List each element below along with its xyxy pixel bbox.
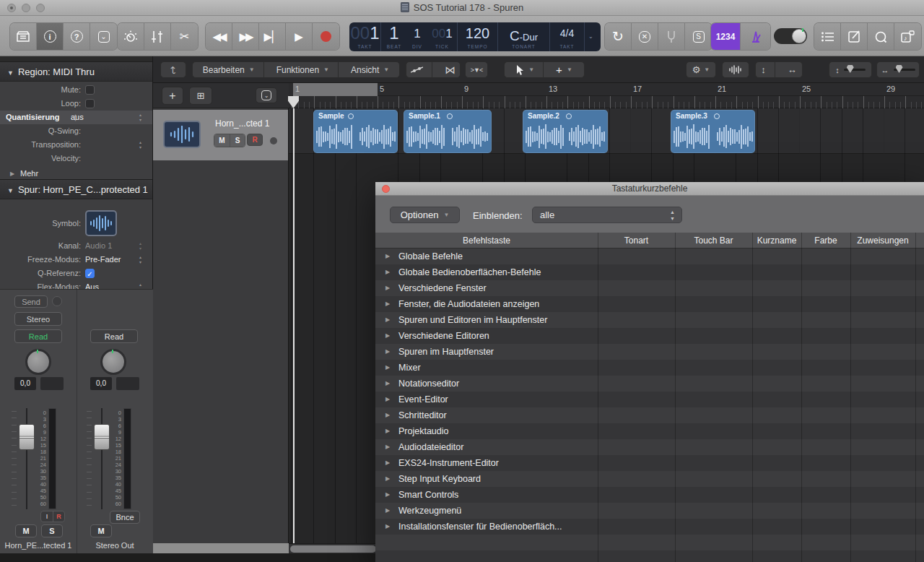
- q-reference-checkbox[interactable]: ✓: [85, 269, 95, 278]
- lcd-display[interactable]: 001 TAKT 1 BEAT 1 DIV 001 TICK 120 TEMPO…: [349, 22, 601, 51]
- key-command-group-row[interactable]: ▶Spuren und Editoren im Hauptfenster: [375, 312, 924, 328]
- key-command-group-row[interactable]: ▶Audiodateieditor: [375, 439, 924, 455]
- waveform-zoom-button[interactable]: [722, 61, 749, 78]
- disclosure-right-icon[interactable]: ▶: [385, 348, 390, 355]
- list-editors-button[interactable]: [814, 23, 841, 50]
- disclosure-right-icon[interactable]: ▶: [385, 332, 390, 339]
- count-in-button[interactable]: 1234: [711, 23, 741, 50]
- key-command-group-row[interactable]: ▶Step Input Keyboard: [375, 471, 924, 487]
- smart-controls-button[interactable]: [118, 23, 144, 50]
- record-enable-button[interactable]: R: [53, 511, 64, 522]
- track-symbol[interactable]: [85, 210, 117, 236]
- disclosure-right-icon[interactable]: ▶: [385, 380, 390, 386]
- input-monitor-button[interactable]: I: [41, 511, 53, 522]
- peak-value-left[interactable]: [40, 377, 64, 390]
- bounce-button[interactable]: Bnce: [110, 511, 140, 524]
- column-header[interactable]: Zuweisungen: [850, 233, 915, 248]
- column-header[interactable]: Farbe: [801, 233, 850, 248]
- tuner-button[interactable]: [658, 23, 685, 50]
- metronome-button[interactable]: [741, 23, 770, 50]
- audio-region[interactable]: Sample: [313, 110, 398, 153]
- mute-button-right[interactable]: M: [90, 524, 112, 537]
- disclosure-right-icon[interactable]: ▶: [385, 301, 390, 307]
- disclosure-right-icon[interactable]: ▶: [385, 364, 390, 371]
- command-click-tool-menu[interactable]: + ▼: [547, 62, 581, 77]
- send-button[interactable]: Send: [14, 295, 48, 308]
- bar-ruler[interactable]: 1591317212529: [289, 83, 924, 108]
- key-command-group-row[interactable]: ▶Spuren im Hauptfenster: [375, 344, 924, 360]
- disclosure-right-icon[interactable]: ▶: [385, 459, 390, 466]
- rewind-button[interactable]: ◀◀: [206, 23, 232, 50]
- gain-value-left[interactable]: 0,0: [14, 377, 36, 390]
- track-header[interactable]: Horn_...cted 1 M S R: [153, 110, 288, 160]
- pan-knob-right[interactable]: [100, 349, 126, 375]
- track-zoom-menu[interactable]: ⚙▼: [686, 61, 716, 78]
- vertical-zoom-slider[interactable]: [844, 69, 866, 71]
- go-to-end-button[interactable]: ▶▏: [259, 23, 286, 50]
- disclosure-right-icon[interactable]: ▶: [385, 507, 390, 514]
- track-name[interactable]: Horn_...cted 1: [215, 118, 269, 129]
- key-commands-window[interactable]: Tastaturkurzbefehle Optionen▼ Einblenden…: [375, 182, 924, 562]
- volume-fader-right[interactable]: [94, 424, 110, 450]
- play-button[interactable]: ▶: [286, 23, 313, 50]
- key-command-group-row[interactable]: ▶Globale Befehle: [375, 248, 924, 264]
- column-header[interactable]: Touch Bar: [675, 233, 752, 248]
- track-header-options-button[interactable]: ⌄: [256, 87, 277, 103]
- key-command-group-row[interactable]: ▶Schritteditor: [375, 407, 924, 423]
- peak-value-right[interactable]: [116, 377, 139, 390]
- editors-button[interactable]: ✂: [171, 23, 198, 50]
- slider-thumb[interactable]: [847, 65, 854, 73]
- disclosure-right-icon[interactable]: ▶: [385, 444, 390, 450]
- key-command-group-row[interactable]: ▶Werkzeugmenü: [375, 503, 924, 519]
- mute-button-left[interactable]: M: [15, 524, 37, 537]
- automation-button[interactable]: [402, 62, 432, 77]
- disclosure-right-icon[interactable]: ▶: [385, 428, 390, 434]
- slider-thumb[interactable]: [896, 65, 903, 73]
- key-command-group-row[interactable]: ▶EXS24-Instrument-Editor: [375, 455, 924, 471]
- add-track-button[interactable]: +: [162, 87, 183, 105]
- disclosure-right-icon[interactable]: ▶: [385, 475, 390, 482]
- chevron-updown-icon[interactable]: ▴▾: [139, 138, 147, 152]
- audio-region[interactable]: Sample.3: [671, 110, 755, 153]
- key-command-group-row[interactable]: ▶Event-Editor: [375, 392, 924, 407]
- key-command-group-row[interactable]: ▶Globale Bedienoberflächen-Befehle: [375, 264, 924, 280]
- key-command-group-row[interactable]: ▶Fenster, die Audiodateien anzeigen: [375, 296, 924, 312]
- column-header[interactable]: Kurzname: [752, 233, 801, 248]
- output-button-left[interactable]: Stereo: [14, 312, 62, 326]
- disclosure-right-icon[interactable]: ▶: [385, 412, 390, 418]
- key-command-group-row[interactable]: ▶Notationseditor: [375, 376, 924, 392]
- loop-browser-button[interactable]: [868, 23, 894, 50]
- flex-button[interactable]: ⋈: [436, 62, 464, 77]
- disclosure-right-icon[interactable]: ▶: [385, 253, 390, 259]
- automation-read-button-right[interactable]: Read: [90, 329, 138, 343]
- menu-ansicht[interactable]: Ansicht▼: [342, 62, 398, 77]
- key-command-group-row[interactable]: ▶Mixer: [375, 360, 924, 376]
- disclosure-right-icon[interactable]: ▶: [385, 396, 390, 402]
- mixer-button[interactable]: [144, 23, 171, 50]
- chevron-updown-icon[interactable]: ▴▾: [139, 111, 147, 124]
- track-solo-button[interactable]: S: [230, 134, 245, 147]
- track-inspector-header[interactable]: ▼Spur: Horn_PE_C...protected 1: [0, 179, 152, 199]
- master-volume-toggle[interactable]: [774, 28, 807, 44]
- record-button[interactable]: [313, 23, 339, 50]
- pan-knob-left[interactable]: [25, 349, 51, 375]
- horizontal-auto-zoom-button[interactable]: ↔: [779, 62, 806, 77]
- autopunch-button[interactable]: ✕: [632, 23, 658, 50]
- quantize-row[interactable]: Quantisierung ▴▾ aus ▴▾: [0, 111, 152, 124]
- send-knob[interactable]: [52, 296, 62, 306]
- left-click-tool-menu[interactable]: ▼: [507, 62, 544, 77]
- disclosure-right-icon[interactable]: ▶: [385, 316, 390, 323]
- options-menu-button[interactable]: Optionen▼: [390, 207, 460, 223]
- vertical-auto-zoom-button[interactable]: ↕: [752, 62, 775, 77]
- scrollbar-thumb[interactable]: [290, 545, 376, 553]
- key-command-group-row[interactable]: ▶Verschiedene Fenster: [375, 280, 924, 296]
- cycle-button[interactable]: ↻: [605, 23, 632, 50]
- cycle-region[interactable]: [293, 83, 378, 96]
- track-record-button[interactable]: R: [247, 134, 263, 146]
- region-inspector-header[interactable]: ▼Region: MIDI Thru: [0, 61, 152, 82]
- key-command-group-row[interactable]: ▶Verschiedene Editoren: [375, 328, 924, 344]
- loop-checkbox[interactable]: [85, 99, 95, 108]
- disclosure-right-icon[interactable]: ▶: [385, 285, 390, 291]
- menu-funktionen[interactable]: Funktionen▼: [268, 62, 339, 77]
- key-command-group-row[interactable]: ▶Installationsfenster für Bedienoberfläc…: [375, 519, 924, 535]
